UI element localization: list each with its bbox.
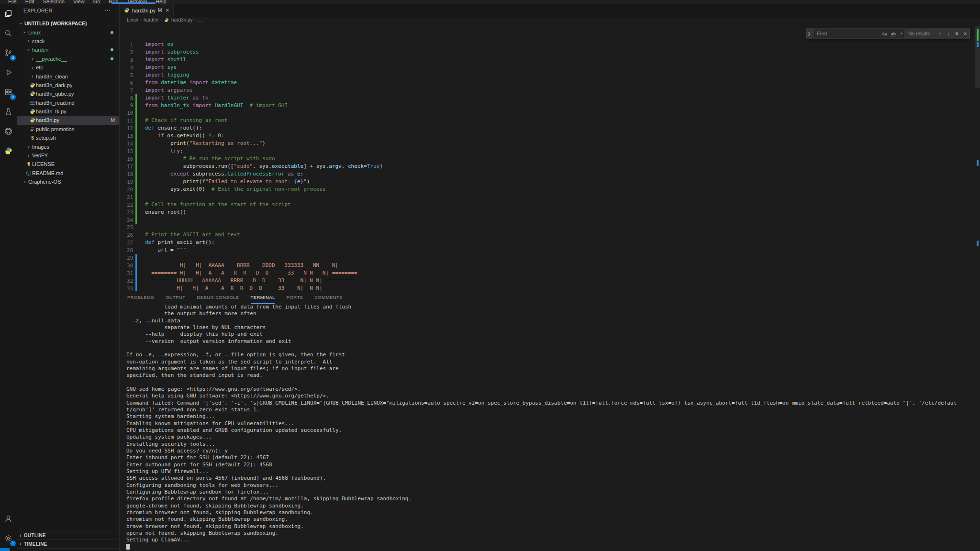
file-row-readme-md[interactable]: README.md	[17, 169, 119, 177]
regex-icon[interactable]: .*	[899, 31, 902, 36]
file-row-public-promotion[interactable]: public promotion	[17, 125, 119, 133]
find-previous-icon[interactable]: ↑	[935, 31, 944, 36]
breadcrumb-item-hard3n-py[interactable]: hard3n.py	[171, 17, 192, 22]
code-line[interactable]: 6from datetime import datetime	[120, 79, 980, 87]
outline-label: OUTLINE	[24, 533, 46, 538]
outline-section[interactable]: › OUTLINE	[17, 531, 119, 540]
code-line[interactable]: 7import argparse	[120, 87, 980, 94]
folder-row-crack[interactable]: ›crack	[17, 37, 119, 45]
testing-icon[interactable]	[0, 102, 17, 121]
panel-tab-debug-console[interactable]: DEBUG CONSOLE	[197, 291, 239, 304]
code-line[interactable]: 16 # Re-run the script with sudo	[120, 155, 980, 163]
code-line[interactable]: 28 art = """	[120, 246, 980, 254]
code-text: # Re-run the script with sudo	[145, 155, 275, 163]
code-line[interactable]: 12def ensure_root():	[120, 124, 980, 132]
folder-row-pycache[interactable]: ›__pycache__	[17, 55, 119, 63]
file-row-hard3n-qube-py[interactable]: hard3n_qube.py	[17, 89, 119, 98]
code-line[interactable]: 17 subprocess.run(["sudo", sys.executabl…	[120, 163, 980, 170]
code-line[interactable]: 15 try:	[120, 147, 980, 155]
code-line[interactable]: 20 sys.exit(0) # Exit the original non-r…	[120, 186, 980, 193]
line-number: 18	[120, 171, 133, 177]
remote-indicator[interactable]	[0, 548, 10, 551]
code-line[interactable]: 18 except subprocess.CalledProcessError …	[120, 170, 980, 178]
account-icon[interactable]	[0, 509, 17, 529]
menu-go[interactable]: Go	[89, 0, 105, 4]
code-line[interactable]: 27def print_ascii_art():	[120, 239, 980, 246]
file-row-hard3n-read-md[interactable]: hard3n_read.md	[17, 99, 119, 107]
code-line[interactable]: 32 ======= HHHHH AAAAAA RRRR D D 33 N| N…	[120, 277, 980, 285]
code-line[interactable]: 30 H| H| AAAAA RRRR DDDD 333333 NN N|	[120, 262, 980, 269]
github-icon[interactable]	[0, 121, 17, 141]
code-line[interactable]: 4import sys	[120, 64, 980, 71]
folder-row-etc[interactable]: ›etc	[17, 63, 119, 72]
line-number: 16	[120, 156, 133, 162]
tree-item-label: hard3n_dark.py	[36, 82, 72, 88]
timeline-section[interactable]: › TIMELINE	[17, 540, 119, 548]
file-row-license[interactable]: LICENSE	[17, 160, 119, 168]
explorer-more-actions-icon[interactable]: ⋯	[105, 7, 111, 14]
folder-row-verify[interactable]: ›VeriFY	[17, 151, 119, 160]
terminal-line: opera not found, skipping Bubblewrap san…	[126, 530, 980, 537]
file-row-setup-sh[interactable]: $setup.sh	[17, 133, 119, 142]
code-line[interactable]: 14 print("Restarting as root...")	[120, 140, 980, 147]
menu-edit[interactable]: Edit	[21, 0, 39, 4]
code-line[interactable]: 23ensure_root()	[120, 209, 980, 216]
code-line[interactable]: 19 print(f"Failed to elevate to root: {e…	[120, 178, 980, 186]
code-line[interactable]: 33 H| H| A A R R D D 33 N| N N|	[120, 285, 980, 291]
run-debug-icon[interactable]	[0, 63, 17, 82]
extensions-icon[interactable]: 2	[0, 82, 17, 102]
panel-tab-problems[interactable]: PROBLEMS	[127, 291, 154, 304]
match-case-icon[interactable]: Aa	[882, 31, 888, 36]
code-line[interactable]: 26# Print the ASCII art and text	[120, 231, 980, 239]
folder-row-harden[interactable]: ›harden	[17, 45, 119, 54]
whole-word-icon[interactable]: ab	[891, 31, 896, 36]
code-line[interactable]: 2import subprocess	[120, 48, 980, 56]
python-extension-icon[interactable]	[0, 141, 17, 161]
folder-row-hard3n-clean[interactable]: ›hard3n_clean	[17, 72, 119, 80]
menu-selection[interactable]: Selection	[39, 0, 69, 4]
code-line[interactable]: 22# Call the function at the start of th…	[120, 201, 980, 209]
code-line[interactable]: 21	[120, 193, 980, 201]
find-toggle-replace-icon[interactable]: ❯	[807, 28, 812, 39]
code-line[interactable]: 25	[120, 224, 980, 231]
code-line[interactable]: 10	[120, 109, 980, 117]
folder-row-linux[interactable]: ›Linux	[17, 28, 119, 36]
code-line[interactable]: 1import os	[120, 41, 980, 48]
menu-file[interactable]: File	[4, 0, 21, 4]
code-line[interactable]: 8import tkinter as tk	[120, 94, 980, 102]
explorer-icon[interactable]	[0, 4, 17, 23]
panel-tab-terminal[interactable]: TERMINAL	[251, 291, 275, 304]
folder-row-graphene-os[interactable]: ›Graphene-OS	[17, 177, 119, 186]
code-line[interactable]: 3import shutil	[120, 56, 980, 64]
menu-view[interactable]: View	[69, 0, 89, 4]
breadcrumb-item-[interactable]: ...	[198, 17, 202, 22]
code-line[interactable]: 9from hard3n_tk import Hard3nGUI # impor…	[120, 102, 980, 110]
file-row-hard3n-dark-py[interactable]: hard3n_dark.py	[17, 81, 119, 89]
find-next-icon[interactable]: ↓	[944, 31, 953, 36]
code-line[interactable]: 29 -------------------------------------…	[120, 254, 980, 262]
find-close-icon[interactable]: ×	[961, 31, 969, 36]
code-line[interactable]: 11# Check if running as root	[120, 117, 980, 124]
breadcrumb-item-harden[interactable]: harden	[144, 17, 158, 22]
settings-gear-icon[interactable]: 1	[0, 529, 17, 548]
tab-hard3n-py[interactable]: hard3n.py M ×	[120, 4, 174, 17]
source-control-icon[interactable]: 2	[0, 43, 17, 63]
code-editor[interactable]: 1import os2import subprocess3import shut…	[120, 23, 980, 291]
file-row-hard3n-tk-py[interactable]: hard3n_tk.py	[17, 107, 119, 116]
file-row-hard3n-py[interactable]: hard3n.pyM	[17, 116, 119, 124]
folder-row-untitled-workspace[interactable]: ›UNTITLED (WORKSPACE)	[17, 19, 119, 28]
panel-tab-ports[interactable]: PORTS	[287, 291, 303, 304]
code-line[interactable]: 5import logging	[120, 71, 980, 79]
terminal[interactable]: load minimal amounts of data from the in…	[126, 304, 980, 551]
code-line[interactable]: 24	[120, 216, 980, 224]
search-icon[interactable]	[0, 23, 17, 43]
tree-item-label: crack	[32, 38, 45, 44]
code-line[interactable]: 31 ======== H| H| A A R R D D 33 N N N| …	[120, 269, 980, 277]
panel-tab-comments[interactable]: COMMENTS	[314, 291, 343, 304]
code-line[interactable]: 13 if os.geteuid() != 0:	[120, 132, 980, 140]
breadcrumb-item-linux[interactable]: Linux	[127, 17, 138, 22]
find-in-selection-icon[interactable]: ≡	[953, 31, 961, 36]
tab-close-icon[interactable]: ×	[166, 7, 169, 14]
panel-tab-output[interactable]: OUTPUT	[166, 291, 185, 304]
folder-row-images[interactable]: ›Images	[17, 142, 119, 151]
